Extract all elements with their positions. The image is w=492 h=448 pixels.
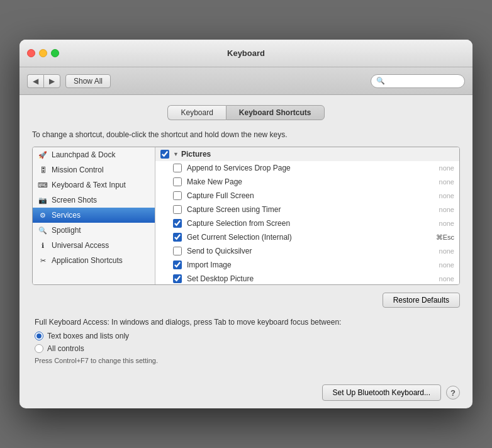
shortcut-key-2: none bbox=[439, 192, 454, 199]
radio-option-text-boxes[interactable]: Text boxes and lists only bbox=[35, 332, 457, 340]
sidebar-item-universal-access[interactable]: ℹ Universal Access bbox=[33, 238, 155, 253]
right-panel: ▼ Pictures Append to Services Drop Page … bbox=[155, 147, 459, 284]
search-icon: 🔍 bbox=[376, 77, 385, 85]
bottom-section: Restore Defaults bbox=[32, 293, 460, 308]
shortcut-row-3: Capture Screen using Timer none bbox=[155, 203, 459, 216]
shortcut-row-6: Send to Quicksilver none bbox=[155, 244, 459, 258]
sidebar-item-screenshots[interactable]: 📷 Screen Shots bbox=[33, 193, 155, 208]
titlebar: Keyboard bbox=[20, 40, 472, 67]
main-panel: 🚀 Launchpad & Dock 🎛 Mission Control ⌨ K… bbox=[32, 147, 460, 285]
radio-text-boxes[interactable] bbox=[35, 332, 43, 340]
sidebar-item-launchpad[interactable]: 🚀 Launchpad & Dock bbox=[33, 147, 155, 162]
forward-button[interactable]: ▶ bbox=[43, 74, 60, 88]
shortcut-key-8: none bbox=[439, 275, 454, 283]
help-button[interactable]: ? bbox=[446, 386, 460, 400]
shortcut-name-1: Make New Page bbox=[187, 177, 434, 186]
shortcut-key-0: none bbox=[439, 164, 454, 172]
tab-keyboard[interactable]: Keyboard bbox=[167, 105, 225, 120]
sidebar-label-launchpad: Launchpad & Dock bbox=[52, 150, 115, 159]
full-keyboard-hint: Press Control+F7 to change this setting. bbox=[35, 357, 457, 364]
checkbox-make-new[interactable] bbox=[173, 177, 182, 186]
full-keyboard-title: Full Keyboard Access: In windows and dia… bbox=[35, 318, 457, 327]
app-shortcuts-icon: ✂ bbox=[38, 255, 48, 266]
checkbox-capture-timer[interactable] bbox=[173, 205, 182, 214]
main-window: Keyboard ◀ ▶ Show All 🔍 Keyboard Keyboar… bbox=[20, 40, 472, 408]
window-footer: Set Up Bluetooth Keyboard... ? bbox=[20, 377, 472, 408]
checkbox-capture-selection[interactable] bbox=[173, 219, 182, 228]
shortcut-key-4: none bbox=[439, 220, 454, 227]
bluetooth-keyboard-button[interactable]: Set Up Bluetooth Keyboard... bbox=[322, 384, 441, 401]
shortcut-name-5: Get Current Selection (Internal) bbox=[187, 233, 431, 242]
sidebar-item-mission-control[interactable]: 🎛 Mission Control bbox=[33, 162, 155, 177]
group-checkbox-pictures[interactable] bbox=[160, 150, 169, 159]
shortcut-key-6: none bbox=[439, 247, 454, 255]
close-button[interactable] bbox=[27, 49, 35, 57]
shortcut-key-1: none bbox=[439, 178, 454, 186]
sidebar-label-spotlight: Spotlight bbox=[52, 226, 81, 235]
checkbox-send-quicksilver[interactable] bbox=[173, 247, 182, 255]
search-input[interactable] bbox=[388, 77, 459, 86]
full-keyboard-section: Full Keyboard Access: In windows and dia… bbox=[32, 318, 460, 364]
shortcut-name-8: Set Desktop Picture bbox=[187, 274, 434, 283]
launchpad-icon: 🚀 bbox=[38, 150, 48, 160]
shortcut-row-1: Make New Page none bbox=[155, 175, 459, 189]
group-header-pictures[interactable]: ▼ Pictures bbox=[155, 147, 459, 161]
sidebar-item-spotlight[interactable]: 🔍 Spotlight bbox=[33, 223, 155, 238]
shortcut-row-7: Import Image none bbox=[155, 258, 459, 272]
shortcut-name-6: Send to Quicksilver bbox=[187, 247, 434, 255]
checkbox-capture-full[interactable] bbox=[173, 191, 182, 200]
group-label-pictures: Pictures bbox=[181, 150, 211, 159]
sidebar-label-screenshots: Screen Shots bbox=[52, 196, 97, 204]
universal-access-icon: ℹ bbox=[38, 240, 48, 250]
maximize-button[interactable] bbox=[51, 49, 59, 57]
sidebar-label-services: Services bbox=[52, 211, 81, 220]
shortcut-row-8: Set Desktop Picture none bbox=[155, 272, 459, 284]
shortcut-row-0: Append to Services Drop Page none bbox=[155, 161, 459, 175]
checkbox-set-desktop[interactable] bbox=[173, 274, 182, 283]
checkbox-import-image[interactable] bbox=[173, 260, 182, 269]
spotlight-icon: 🔍 bbox=[38, 225, 48, 235]
sidebar-item-keyboard-text[interactable]: ⌨ Keyboard & Text Input bbox=[33, 177, 155, 193]
sidebar-item-services[interactable]: ⚙ Services bbox=[33, 208, 155, 223]
window-title: Keyboard bbox=[227, 48, 265, 58]
sidebar-label-keyboard-text: Keyboard & Text Input bbox=[52, 181, 126, 189]
shortcut-row-4: Capture Selection from Screen none bbox=[155, 216, 459, 230]
traffic-lights bbox=[27, 49, 59, 57]
checkbox-get-current[interactable] bbox=[173, 233, 182, 242]
triangle-icon: ▼ bbox=[173, 151, 179, 157]
content: Keyboard Keyboard Shortcuts To change a … bbox=[20, 95, 472, 377]
shortcut-row-5: Get Current Selection (Internal) ⌘Esc bbox=[155, 230, 459, 244]
tabs: Keyboard Keyboard Shortcuts bbox=[32, 105, 460, 120]
restore-defaults-button[interactable]: Restore Defaults bbox=[383, 293, 460, 308]
show-all-button[interactable]: Show All bbox=[65, 74, 111, 88]
checkbox-append[interactable] bbox=[173, 164, 182, 172]
sidebar-label-universal-access: Universal Access bbox=[52, 241, 109, 250]
shortcut-name-3: Capture Screen using Timer bbox=[187, 205, 434, 214]
instruction-text: To change a shortcut, double-click the s… bbox=[32, 130, 460, 139]
radio-option-all-controls[interactable]: All controls bbox=[35, 344, 457, 353]
shortcut-row-2: Capture Full Screen none bbox=[155, 189, 459, 203]
sidebar-label-mission-control: Mission Control bbox=[52, 165, 104, 174]
keyboard-icon: ⌨ bbox=[38, 180, 48, 190]
nav-buttons: ◀ ▶ bbox=[27, 74, 60, 88]
shortcut-name-2: Capture Full Screen bbox=[187, 191, 434, 200]
tab-keyboard-shortcuts[interactable]: Keyboard Shortcuts bbox=[226, 105, 325, 120]
radio-label-text-boxes: Text boxes and lists only bbox=[47, 332, 129, 340]
shortcut-key-3: none bbox=[439, 206, 454, 213]
sidebar-label-app-shortcuts: Application Shortcuts bbox=[52, 256, 123, 265]
shortcut-name-7: Import Image bbox=[187, 260, 434, 269]
shortcut-name-0: Append to Services Drop Page bbox=[187, 164, 434, 172]
services-icon: ⚙ bbox=[38, 210, 48, 220]
search-bar: 🔍 bbox=[371, 74, 465, 88]
minimize-button[interactable] bbox=[39, 49, 47, 57]
shortcut-name-4: Capture Selection from Screen bbox=[187, 219, 434, 228]
screenshot-icon: 📷 bbox=[38, 195, 48, 205]
sidebar: 🚀 Launchpad & Dock 🎛 Mission Control ⌨ K… bbox=[33, 147, 155, 284]
sidebar-item-app-shortcuts[interactable]: ✂ Application Shortcuts bbox=[33, 253, 155, 268]
radio-inner-selected bbox=[36, 333, 42, 339]
mission-control-icon: 🎛 bbox=[38, 165, 48, 175]
shortcut-key-5: ⌘Esc bbox=[436, 233, 454, 242]
toolbar: ◀ ▶ Show All 🔍 bbox=[20, 67, 472, 95]
back-button[interactable]: ◀ bbox=[27, 74, 43, 88]
radio-all-controls[interactable] bbox=[35, 344, 43, 353]
